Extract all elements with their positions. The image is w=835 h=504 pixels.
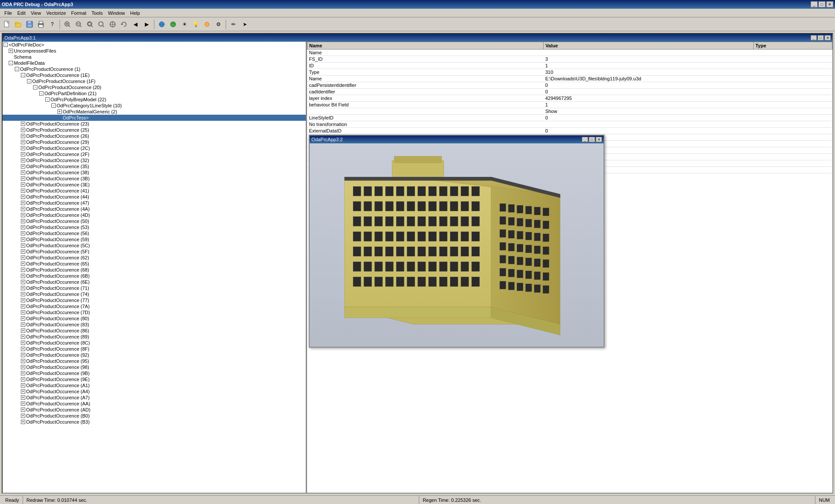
tree-item-prod-95[interactable]: + OdPrcProductOccurence (95) — [3, 358, 306, 364]
sub-title-bar-buttons[interactable]: _ □ ✕ — [811, 35, 831, 40]
view3d-close-button[interactable]: ✕ — [596, 137, 602, 142]
toolbar-zoom-extents[interactable] — [96, 19, 107, 30]
toolbar-settings[interactable]: ⚙ — [213, 19, 224, 30]
expand-icon[interactable]: + — [21, 383, 25, 388]
title-bar-buttons[interactable]: _ □ ✕ — [811, 1, 833, 7]
expand-icon[interactable]: + — [21, 182, 25, 187]
expand-icon[interactable]: + — [21, 395, 25, 400]
tree-item-category-10[interactable]: - OdPrcCategory1LineStyle (10) — [3, 103, 306, 109]
expand-icon[interactable]: - — [45, 97, 50, 102]
toolbar-sun[interactable]: ☀ — [179, 19, 190, 30]
view3d-title-buttons[interactable]: _ □ ✕ — [582, 137, 602, 142]
expand-icon[interactable]: + — [21, 408, 25, 412]
tree-panel[interactable]: - <OdPrcFileDoc> + UncompressedFiles Sch… — [3, 42, 307, 493]
expand-icon[interactable]: + — [21, 140, 25, 144]
expand-icon[interactable]: + — [21, 274, 25, 278]
toolbar-render[interactable] — [202, 19, 212, 30]
expand-icon[interactable]: + — [21, 347, 25, 351]
expand-icon[interactable]: + — [21, 298, 25, 302]
toolbar-light[interactable]: 💡 — [190, 19, 201, 30]
tree-item-prod-92[interactable]: + OdPrcProductOccurence (92) — [3, 352, 306, 358]
tree-item-prod-2c[interactable]: + OdPrcProductOccurence (2C) — [3, 145, 306, 151]
expand-icon[interactable]: + — [21, 304, 25, 308]
toolbar-earth[interactable] — [168, 19, 178, 30]
sub-minimize-button[interactable]: _ — [811, 35, 817, 40]
expand-icon[interactable]: - — [27, 79, 31, 83]
tree-item-prod-9e[interactable]: + OdPrcProductOccurence (9E) — [3, 376, 306, 382]
tree-item-prod-25[interactable]: + OdPrcProductOccurence (25) — [3, 127, 306, 133]
tree-item-prod-65[interactable]: + OdPrcProductOccurence (65) — [3, 261, 306, 267]
expand-icon[interactable]: + — [21, 262, 25, 266]
tree-item-prod-7a[interactable]: + OdPrcProductOccurence (7A) — [3, 303, 306, 309]
expand-icon[interactable]: + — [21, 414, 25, 418]
sub-restore-button[interactable]: □ — [818, 35, 824, 40]
toolbar-save[interactable] — [24, 19, 35, 30]
menu-view[interactable]: View — [28, 10, 44, 17]
tree-item-prod-3e[interactable]: + OdPrcProductOccurence (3E) — [3, 182, 306, 188]
expand-icon[interactable]: + — [21, 353, 25, 357]
tree-item-prod-1e[interactable]: - OdPrcProductOccurence (1E) — [3, 72, 306, 78]
view3d-minimize-button[interactable]: _ — [582, 137, 588, 142]
tree-item-prc-file-doc[interactable]: - <OdPrcFileDoc> — [3, 42, 306, 48]
tree-item-prod-6b[interactable]: + OdPrcProductOccurence (6B) — [3, 273, 306, 279]
menu-window[interactable]: Window — [105, 10, 127, 17]
tree-item-prod-32[interactable]: + OdPrcProductOccurence (32) — [3, 157, 306, 163]
expand-icon[interactable]: + — [21, 280, 25, 284]
tree-item-prod-59[interactable]: + OdPrcProductOccurence (59) — [3, 236, 306, 242]
expand-icon[interactable]: + — [21, 328, 25, 333]
tree-item-modelfiledata[interactable]: - ModelFileData — [3, 60, 306, 66]
expand-icon[interactable]: + — [21, 219, 25, 223]
close-button[interactable]: ✕ — [826, 1, 833, 7]
tree-item-prod-89[interactable]: + OdPrcProductOccurence (89) — [3, 334, 306, 340]
menu-tools[interactable]: Tools — [89, 10, 105, 17]
tree-item-prod-47[interactable]: + OdPrcProductOccurence (47) — [3, 200, 306, 206]
tree-item-prod-35[interactable]: + OdPrcProductOccurence (35) — [3, 163, 306, 169]
expand-icon[interactable]: + — [21, 164, 25, 169]
tree-item-prod-41[interactable]: + OdPrcProductOccurence (41) — [3, 188, 306, 194]
tree-item-prod-20[interactable]: - OdPrcProductOccurence (20) — [3, 84, 306, 90]
expand-icon[interactable]: + — [21, 401, 25, 406]
expand-icon[interactable]: - — [51, 103, 56, 108]
tree-item-prod-5c[interactable]: + OdPrcProductOccurence (5C) — [3, 242, 306, 249]
tree-item-uncompressed[interactable]: + UncompressedFiles — [3, 48, 306, 54]
tree-item-prod-a7[interactable]: + OdPrcProductOccurence (A7) — [3, 395, 306, 401]
tree-item-prod-9b[interactable]: + OdPrcProductOccurence (9B) — [3, 370, 306, 376]
expand-icon[interactable]: - — [33, 85, 37, 90]
expand-icon[interactable]: + — [21, 249, 25, 254]
expand-icon[interactable]: + — [21, 359, 25, 363]
expand-icon[interactable]: + — [57, 109, 62, 114]
expand-icon[interactable]: + — [21, 158, 25, 162]
expand-icon[interactable]: + — [21, 341, 25, 345]
expand-icon[interactable]: + — [21, 213, 25, 217]
expand-icon[interactable]: + — [21, 122, 25, 126]
expand-icon[interactable]: + — [21, 310, 25, 315]
tree-item-prod-2f[interactable]: + OdPrcProductOccurence (2F) — [3, 151, 306, 157]
expand-icon[interactable]: + — [21, 152, 25, 156]
tree-item-prod-6e[interactable]: + OdPrcProductOccurence (6E) — [3, 279, 306, 285]
tree-item-prod-1f[interactable]: - OdPrcProductOccurence (1F) — [3, 78, 306, 84]
toolbar-zoom-all[interactable] — [107, 19, 118, 30]
menu-file[interactable]: File — [2, 10, 15, 17]
maximize-button[interactable]: □ — [818, 1, 825, 7]
tree-item-schema[interactable]: Schema — [3, 54, 306, 60]
sub-close-button[interactable]: ✕ — [825, 35, 831, 40]
view3d-restore-button[interactable]: □ — [589, 137, 595, 142]
tree-item-prod-77[interactable]: + OdPrcProductOccurence (77) — [3, 297, 306, 303]
expand-icon[interactable]: + — [21, 322, 25, 327]
tree-item-prod-44[interactable]: + OdPrcProductOccurence (44) — [3, 194, 306, 200]
tree-item-prod-26[interactable]: + OdPrcProductOccurence (26) — [3, 133, 306, 139]
tree-item-material-2[interactable]: + OdPrcMaterialGeneric (2) — [3, 109, 306, 115]
expand-icon[interactable]: + — [21, 365, 25, 369]
tree-item-prod-ad[interactable]: + OdPrcProductOccurence (AD) — [3, 407, 306, 413]
tree-item-prod-98[interactable]: + OdPrcProductOccurence (98) — [3, 364, 306, 370]
tree-item-prod-23[interactable]: + OdPrcProductOccurence (23) — [3, 121, 306, 127]
tree-item-prod-5f[interactable]: + OdPrcProductOccurence (5F) — [3, 249, 306, 255]
tree-item-part-def-21[interactable]: - OdPrcPartDefinition (21) — [3, 90, 306, 96]
expand-icon[interactable]: + — [21, 316, 25, 321]
expand-icon[interactable]: + — [21, 134, 25, 138]
menu-help[interactable]: Help — [127, 10, 143, 17]
expand-icon[interactable]: - — [21, 73, 25, 77]
expand-icon[interactable]: + — [21, 170, 25, 175]
tree-item-prod-53[interactable]: + OdPrcProductOccurence (53) — [3, 224, 306, 230]
tree-item-prod-71[interactable]: + OdPrcProductOccurence (71) — [3, 285, 306, 291]
